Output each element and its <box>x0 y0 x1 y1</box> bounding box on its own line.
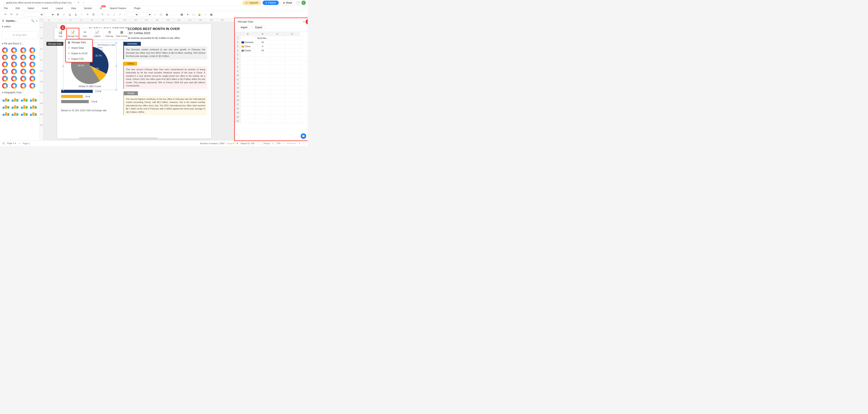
close-icon[interactable]: ✕ <box>303 20 305 23</box>
grid-row[interactable]: 1Sector&a... <box>235 36 308 40</box>
connector-icon[interactable]: ⌐ <box>118 12 123 17</box>
grid-row[interactable]: 4Global29 <box>235 49 308 53</box>
chat-bubble-icon[interactable]: 💬 <box>301 133 306 139</box>
line-color-icon[interactable]: ／ <box>112 12 117 17</box>
resize-handle[interactable] <box>63 65 64 67</box>
chart-thumb[interactable] <box>20 96 28 102</box>
data-grid[interactable]: A B C D 1Sector&a...2Domestic163China44G… <box>235 32 308 123</box>
chart-thumb[interactable] <box>2 76 8 82</box>
layers-icon[interactable]: ⬚ <box>257 142 259 145</box>
grid-row[interactable]: 6 <box>235 57 308 61</box>
menu-plugin[interactable]: Plugin <box>134 7 141 10</box>
chart-thumb[interactable] <box>29 76 35 82</box>
size-select[interactable] <box>44 12 55 17</box>
ft-style[interactable]: ✏Style <box>79 28 91 39</box>
grid-row[interactable]: 3China4 <box>235 44 308 49</box>
chart-thumb[interactable] <box>20 47 26 53</box>
save-icon[interactable]: ▫ <box>73 1 75 4</box>
resize-handle[interactable] <box>116 89 117 91</box>
undo-icon[interactable]: ↶ <box>3 12 8 17</box>
menu-edit[interactable]: Edit <box>16 7 20 10</box>
image-icon[interactable]: ▩ <box>179 12 184 17</box>
fill-icon[interactable]: ◇ <box>106 12 111 17</box>
ft-legend[interactable]: 📈Legend <box>91 28 103 39</box>
dd-export-csv[interactable]: ⇧Export CSV <box>66 56 92 62</box>
grid-row[interactable]: 21 <box>235 119 308 123</box>
grid-row[interactable]: 10 <box>235 73 308 77</box>
grid-row[interactable]: 9 <box>235 69 308 73</box>
ft-data-format[interactable]: ▦Data Format <box>116 28 128 39</box>
chart-thumb[interactable] <box>20 110 28 116</box>
chart-thumb[interactable] <box>2 110 10 116</box>
import-button[interactable]: Import <box>238 25 250 30</box>
grid-row[interactable]: 20 <box>235 115 308 119</box>
ft-type[interactable]: 📊Type <box>55 28 67 39</box>
dd-manage-data[interactable]: ▦Manage Data <box>66 40 92 45</box>
zoom-slider[interactable] <box>286 143 296 144</box>
pages-icon[interactable]: ▯▯ <box>2 142 5 145</box>
chart-thumb[interactable] <box>20 103 28 109</box>
grid-row[interactable]: 5 <box>235 53 308 57</box>
underline-icon[interactable]: U <box>67 12 72 17</box>
menu-ai[interactable]: AIhot <box>100 7 102 10</box>
zoom-out-icon[interactable]: − <box>283 142 284 145</box>
chart-thumb[interactable] <box>11 47 17 53</box>
grid-row[interactable]: 16 <box>235 98 308 102</box>
menu-icon[interactable]: ☰ <box>2 19 4 22</box>
bold-icon[interactable]: B <box>56 12 60 17</box>
grid-row[interactable]: 14 <box>235 90 308 94</box>
resize-handle[interactable] <box>63 89 64 91</box>
chart-thumb[interactable] <box>11 103 19 109</box>
zoom-level[interactable]: 77% <box>276 142 281 145</box>
page-selector[interactable]: Page-1 ▾ <box>7 142 16 145</box>
grid-row[interactable]: 17 <box>235 102 308 106</box>
chart-thumb[interactable] <box>29 47 35 53</box>
shape1-icon[interactable]: ▢ <box>159 12 163 17</box>
open-icon[interactable]: ⇱ <box>77 1 80 4</box>
chart-thumb[interactable] <box>11 55 17 60</box>
zoom-in-icon[interactable]: ＋ <box>299 142 301 145</box>
align-shapes-icon[interactable]: ⫠ <box>174 12 178 17</box>
chart-thumb[interactable] <box>29 62 35 67</box>
lock-icon[interactable]: 🔒 <box>197 12 202 17</box>
chart-thumb[interactable] <box>29 83 35 89</box>
redo-icon[interactable]: ↷ <box>9 12 13 17</box>
canvas[interactable]: -200204060801001201401601802002202402602… <box>39 18 235 140</box>
chart-thumb[interactable] <box>29 55 35 60</box>
expand-link[interactable]: Expand <box>227 142 234 145</box>
play-icon[interactable]: ▷ <box>272 142 274 145</box>
chart-thumb[interactable] <box>2 96 10 102</box>
chart-thumb[interactable] <box>11 83 17 89</box>
share-button[interactable]: ⇄ Share <box>280 0 295 5</box>
chart-thumb[interactable] <box>11 110 19 116</box>
page-tab[interactable]: Page-1 <box>23 142 30 145</box>
tools-icon[interactable]: ✕ <box>203 12 208 17</box>
grid-row[interactable]: 8 <box>235 65 308 69</box>
text-tool-icon[interactable]: T <box>100 12 105 17</box>
chart-thumb[interactable] <box>29 96 37 102</box>
grid-row[interactable]: 15 <box>235 94 308 98</box>
grid-row[interactable]: 19 <box>235 110 308 115</box>
pie-donut-section[interactable]: ▾ Pie and Donut C... <box>2 42 37 45</box>
chart-thumb[interactable] <box>11 96 19 102</box>
line-style-select[interactable] <box>127 12 138 17</box>
chart-thumb[interactable] <box>29 69 35 74</box>
drag-here-zone[interactable]: ⊕ Drag Here <box>2 31 38 39</box>
italic-icon[interactable]: I <box>62 12 66 17</box>
star-icon[interactable]: ☆ <box>82 1 86 4</box>
chart-thumb[interactable] <box>2 47 8 53</box>
fullscreen-icon[interactable]: ⛶ <box>303 142 305 145</box>
grid-row[interactable]: 7 <box>235 61 308 65</box>
menu-layout[interactable]: Layout <box>56 7 63 10</box>
dd-export-xlsx[interactable]: ⇧Export to XLSX <box>66 51 92 56</box>
shape2-icon[interactable]: ▣ <box>164 12 169 17</box>
menu-file[interactable]: File <box>4 7 8 10</box>
chart-thumb[interactable] <box>11 76 17 82</box>
back-icon[interactable]: 〈 <box>2 1 4 4</box>
chart-thumb[interactable] <box>20 83 26 89</box>
arrow-end-icon[interactable]: ↔ <box>153 12 157 17</box>
ft-data-tag[interactable]: ◔Data tag <box>103 28 116 39</box>
crop-icon[interactable]: ⬚ <box>191 12 196 17</box>
infographic-section[interactable]: ▾ Infographic Char... <box>2 91 37 94</box>
publish-button[interactable]: ✈ Publish <box>262 1 279 5</box>
